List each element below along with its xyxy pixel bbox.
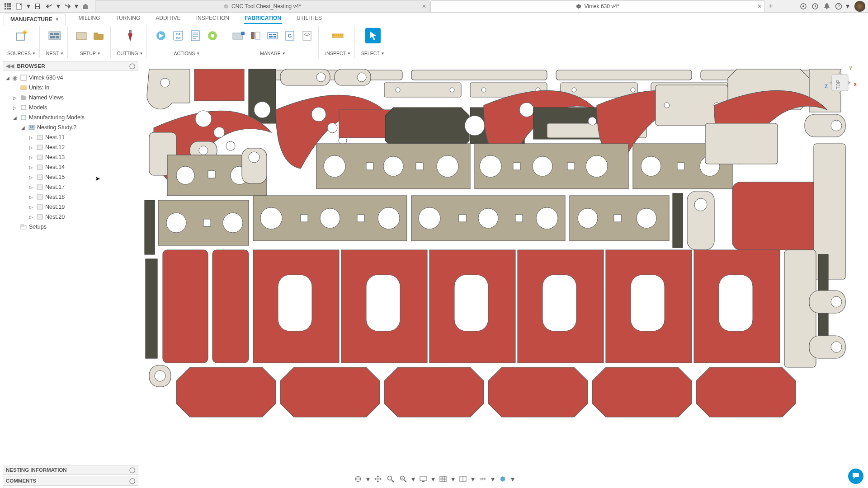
setup-button[interactable] xyxy=(74,28,90,43)
extensions-icon[interactable] xyxy=(798,1,808,11)
effects-caret-icon[interactable]: ▾ xyxy=(510,474,515,484)
actions-label[interactable]: ACTIONS▼ xyxy=(174,51,200,58)
manage-2-button[interactable] xyxy=(248,28,263,43)
panel-settings-icon[interactable]: ◯ xyxy=(129,63,135,69)
display-caret-icon[interactable]: ▾ xyxy=(431,474,435,484)
tab-additive[interactable]: ADDITIVE xyxy=(155,13,181,24)
tree-named-views[interactable]: ▷ Named Views xyxy=(3,93,138,103)
tab-cnc-tool-chest[interactable]: CNC Tool Chest_Nesting v4* ✕ xyxy=(95,0,429,12)
redo-icon[interactable] xyxy=(62,1,72,11)
tree-nest-item[interactable]: ▷Nest.12 xyxy=(3,142,138,152)
twisty-icon[interactable]: ◢ xyxy=(5,75,11,80)
zoom-window-icon[interactable]: + xyxy=(398,474,408,484)
generate-button[interactable] xyxy=(153,28,169,43)
panel-settings-icon[interactable]: ◯ xyxy=(129,478,135,484)
inspect-button[interactable] xyxy=(330,28,346,43)
zoom-caret-icon[interactable]: ▾ xyxy=(411,474,415,484)
cutting-button[interactable] xyxy=(123,28,138,43)
display-icon[interactable] xyxy=(418,474,428,484)
twisty-icon[interactable]: ▷ xyxy=(28,175,34,180)
tab-vimek[interactable]: Vimek 630 v4* ✕ xyxy=(430,0,765,12)
feedback-button[interactable] xyxy=(848,469,863,484)
tree-nest-item[interactable]: ▷Nest.17 xyxy=(3,182,138,192)
tab-inspection[interactable]: INSPECTION xyxy=(195,13,230,24)
file-new-caret-icon[interactable]: ▾ xyxy=(26,1,31,11)
grid-display-icon[interactable] xyxy=(438,474,448,484)
tree-nest-item[interactable]: ▷Nest.15 xyxy=(3,172,138,182)
nest-label[interactable]: NEST▼ xyxy=(46,51,64,58)
snap-caret-icon[interactable]: ▾ xyxy=(491,474,495,484)
save-icon[interactable] xyxy=(33,1,42,11)
viewport-icon[interactable] xyxy=(458,474,468,484)
twisty-icon[interactable]: ◢ xyxy=(20,125,26,130)
nest-button[interactable] xyxy=(47,28,62,43)
tree-manufacturing-models[interactable]: ◢ Manufacturing Models xyxy=(3,113,138,122)
setup-label[interactable]: SETUP▼ xyxy=(80,51,101,58)
twisty-icon[interactable]: ▷ xyxy=(28,155,34,160)
comments-panel[interactable]: COMMENTS ◯ xyxy=(3,476,138,486)
tree-root[interactable]: ◢ ◉ Vimek 630 v4 xyxy=(3,73,138,83)
viewport-caret-icon[interactable]: ▾ xyxy=(471,474,475,484)
tree-nest-item[interactable]: ▷Nest.14 xyxy=(3,162,138,172)
sources-label[interactable]: SOURCES▼ xyxy=(7,51,36,58)
orbit-caret-icon[interactable]: ▾ xyxy=(366,474,370,484)
tab-utilities[interactable]: UTILITIES xyxy=(296,13,323,24)
tree-models[interactable]: ▷ Models xyxy=(3,103,138,113)
close-icon[interactable]: ✕ xyxy=(757,3,762,9)
workspace-switcher[interactable]: MANUFACTURE ▼ xyxy=(4,14,66,25)
grid-caret-icon[interactable]: ▾ xyxy=(451,474,455,484)
tree-units[interactable]: Units: in xyxy=(3,83,138,93)
tree-nest-item[interactable]: ▷Nest.20 xyxy=(3,212,138,222)
twisty-icon[interactable]: ▷ xyxy=(28,135,34,140)
home-icon[interactable] xyxy=(80,1,90,11)
bell-icon[interactable] xyxy=(822,1,832,11)
manage-1-button[interactable] xyxy=(231,28,246,43)
cutting-label[interactable]: CUTTING▼ xyxy=(117,51,143,58)
user-avatar[interactable] xyxy=(854,1,865,12)
select-label[interactable]: SELECT▼ xyxy=(361,51,385,58)
undo-icon[interactable] xyxy=(44,1,54,11)
tree-nesting-study[interactable]: ◢ Nesting Study.2 xyxy=(3,122,138,132)
twisty-icon[interactable]: ▷ xyxy=(28,195,34,200)
tree-nest-item[interactable]: ▷Nest.13 xyxy=(3,152,138,162)
file-new-icon[interactable] xyxy=(14,1,24,11)
manage-label[interactable]: MANAGE▼ xyxy=(260,51,285,58)
collapse-left-icon[interactable]: ◀◀ xyxy=(6,63,14,69)
zoom-icon[interactable] xyxy=(386,474,396,484)
twisty-icon[interactable]: ▷ xyxy=(28,185,34,190)
panel-settings-icon[interactable]: ◯ xyxy=(129,467,135,473)
twisty-icon[interactable]: ▷ xyxy=(28,205,34,210)
inspect-label[interactable]: INSPECT▼ xyxy=(325,51,350,58)
close-icon[interactable]: ✕ xyxy=(422,3,426,9)
setup-folder-button[interactable] xyxy=(91,28,107,43)
help-icon[interactable]: ? xyxy=(834,1,844,11)
clear-button[interactable] xyxy=(205,28,220,43)
twisty-icon[interactable]: ▷ xyxy=(12,95,18,100)
twisty-icon[interactable]: ▷ xyxy=(28,145,34,150)
tab-turning[interactable]: TURNING xyxy=(115,13,142,24)
tree-nest-item[interactable]: ▷Nest.19 xyxy=(3,202,138,212)
visibility-icon[interactable]: ◉ xyxy=(11,75,18,81)
select-button[interactable] xyxy=(365,28,381,43)
orbit-icon[interactable] xyxy=(353,474,363,484)
redo-caret-icon[interactable]: ▾ xyxy=(74,1,79,11)
nesting-info-panel[interactable]: NESTING INFORMATION ◯ xyxy=(3,465,138,475)
tab-fabrication[interactable]: FABRICATION xyxy=(244,13,282,24)
tree-setups[interactable]: Setups xyxy=(3,222,138,232)
twisty-icon[interactable]: ◢ xyxy=(12,115,18,120)
sources-button[interactable] xyxy=(14,28,29,43)
snap-icon[interactable] xyxy=(478,474,488,484)
manage-5-button[interactable] xyxy=(299,28,315,43)
manage-4-button[interactable]: G xyxy=(282,28,297,43)
sheet-button[interactable] xyxy=(188,28,203,43)
effects-icon[interactable] xyxy=(498,474,508,484)
undo-caret-icon[interactable]: ▾ xyxy=(56,1,61,11)
grid-icon[interactable] xyxy=(3,1,13,11)
pan-icon[interactable] xyxy=(373,474,383,484)
manage-3-button[interactable] xyxy=(265,28,280,43)
add-tab-button[interactable]: ＋ xyxy=(766,1,776,11)
view-cube[interactable]: Y X Z TOP xyxy=(821,65,857,103)
help-caret-icon[interactable]: ▾ xyxy=(845,1,850,11)
browser-header[interactable]: ◀◀ BROWSER ◯ xyxy=(3,61,138,71)
tree-nest-item[interactable]: ▷Nest.18 xyxy=(3,192,138,202)
